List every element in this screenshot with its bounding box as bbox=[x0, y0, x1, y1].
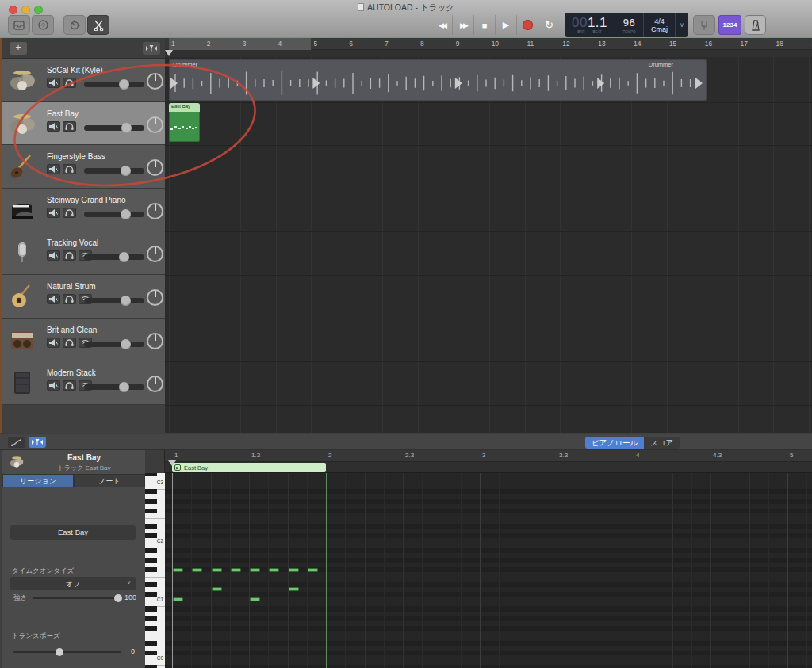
midi-note[interactable] bbox=[212, 568, 222, 572]
mute-button[interactable] bbox=[47, 294, 60, 304]
quick-help-button[interactable]: ? bbox=[32, 15, 54, 35]
piano-key-black[interactable] bbox=[145, 533, 157, 538]
volume-slider[interactable] bbox=[84, 342, 144, 347]
piano-key-black[interactable] bbox=[145, 665, 157, 668]
volume-slider[interactable] bbox=[84, 384, 144, 390]
tuner-button[interactable] bbox=[693, 15, 715, 35]
midi-note[interactable] bbox=[250, 597, 260, 601]
cycle-range[interactable] bbox=[169, 38, 311, 50]
piano-key-black[interactable] bbox=[145, 582, 157, 587]
track-row-modern-stack[interactable]: Modern Stack bbox=[2, 361, 165, 405]
play-button[interactable]: ▶ bbox=[496, 15, 517, 35]
drummer-region[interactable]: Drummer Drummer bbox=[169, 59, 707, 101]
piano-key-black[interactable] bbox=[145, 524, 157, 529]
playhead-marker[interactable] bbox=[165, 50, 173, 56]
record-button[interactable] bbox=[517, 15, 538, 35]
mute-button[interactable] bbox=[47, 380, 60, 391]
solo-button[interactable] bbox=[63, 121, 76, 132]
volume-slider[interactable] bbox=[84, 254, 144, 260]
piano-key-black[interactable] bbox=[145, 616, 157, 621]
volume-slider-thumb[interactable] bbox=[121, 339, 131, 349]
piano-key-black[interactable] bbox=[145, 626, 157, 631]
mute-button[interactable] bbox=[47, 338, 60, 348]
transpose-slider[interactable] bbox=[13, 651, 121, 653]
piano-key-black[interactable] bbox=[145, 473, 157, 476]
volume-slider-thumb[interactable] bbox=[121, 166, 131, 176]
rewind-button[interactable]: ◀◀ bbox=[431, 15, 453, 35]
track-row-steinway-grand-piano[interactable]: Steinway Grand Piano bbox=[2, 189, 165, 232]
editor-catch-button[interactable] bbox=[29, 437, 46, 448]
piano-key-black[interactable] bbox=[145, 499, 157, 504]
forward-button[interactable]: ▶▶ bbox=[453, 15, 474, 35]
editor-playhead-marker[interactable] bbox=[168, 460, 176, 466]
solo-button[interactable] bbox=[63, 208, 76, 218]
lcd-display[interactable]: 001.1 BARBEAT 96 TEMPO 4/4 Cmaj ∨ bbox=[565, 13, 688, 37]
count-in-button[interactable]: 1234 bbox=[718, 15, 741, 35]
solo-button[interactable] bbox=[63, 294, 76, 304]
track-row-natural-strum[interactable]: Natural Strum bbox=[2, 275, 165, 319]
midi-note[interactable] bbox=[308, 568, 318, 572]
solo-button[interactable] bbox=[63, 338, 76, 348]
smart-controls-button[interactable] bbox=[63, 15, 86, 35]
stop-button[interactable]: ■ bbox=[474, 15, 496, 35]
solo-button[interactable] bbox=[63, 250, 76, 261]
midi-draw-button[interactable] bbox=[8, 437, 25, 448]
lcd-position[interactable]: 001.1 BARBEAT bbox=[565, 13, 615, 37]
piano-roll[interactable]: 11.322.333.344.35 ▶ East Bay bbox=[165, 450, 812, 668]
volume-slider-thumb[interactable] bbox=[119, 79, 129, 90]
track-row-socal-kit-kyle-[interactable]: SoCal Kit (Kyle) bbox=[2, 59, 165, 102]
pan-knob[interactable] bbox=[147, 73, 163, 90]
track-row-east-bay[interactable]: East Bay bbox=[2, 102, 165, 146]
arrange-ruler[interactable]: 12345678910111213141516171819 bbox=[165, 38, 812, 50]
volume-slider[interactable] bbox=[84, 125, 144, 131]
mute-button[interactable] bbox=[47, 208, 60, 218]
track-catch-button[interactable] bbox=[143, 42, 160, 55]
library-button[interactable] bbox=[8, 15, 30, 35]
mute-button[interactable] bbox=[47, 250, 60, 261]
mute-button[interactable] bbox=[47, 78, 60, 88]
volume-slider-thumb[interactable] bbox=[121, 123, 132, 133]
volume-slider[interactable] bbox=[84, 168, 144, 174]
inspector-tab-0[interactable]: リージョン bbox=[2, 474, 74, 487]
volume-slider-thumb[interactable] bbox=[121, 209, 131, 219]
midi-note[interactable] bbox=[212, 587, 222, 591]
metronome-button[interactable] bbox=[745, 15, 766, 35]
midi-note[interactable] bbox=[289, 568, 299, 572]
volume-slider[interactable] bbox=[84, 212, 144, 217]
arrange-area[interactable]: 12345678910111213141516171819 Drummer Dr… bbox=[165, 38, 812, 433]
pan-knob[interactable] bbox=[147, 159, 163, 176]
midi-note[interactable] bbox=[269, 568, 279, 572]
arrange-ruler-ticks[interactable] bbox=[165, 50, 812, 57]
piano-keyboard[interactable]: C3C2C1C0 bbox=[145, 473, 165, 668]
piano-key-black[interactable] bbox=[145, 548, 157, 552]
eastbay-midi-region[interactable]: East Bay bbox=[169, 103, 200, 142]
piano-key-black[interactable] bbox=[145, 651, 157, 655]
volume-slider-thumb[interactable] bbox=[121, 296, 131, 306]
solo-button[interactable] bbox=[63, 164, 76, 174]
editor-toggle-button[interactable] bbox=[87, 15, 109, 35]
mute-button[interactable] bbox=[47, 164, 60, 174]
midi-note[interactable] bbox=[231, 568, 241, 572]
volume-slider-thumb[interactable] bbox=[119, 382, 129, 392]
lcd-key-signature[interactable]: 4/4 Cmaj bbox=[644, 13, 676, 37]
region-name-field[interactable]: East Bay bbox=[10, 525, 136, 540]
solo-button[interactable] bbox=[63, 380, 76, 391]
pan-knob[interactable] bbox=[147, 203, 163, 219]
tab-piano-roll[interactable]: ピアノロール bbox=[585, 437, 644, 449]
solo-button[interactable] bbox=[63, 78, 76, 88]
pan-knob[interactable] bbox=[147, 116, 163, 133]
note-grid[interactable] bbox=[165, 473, 812, 668]
piano-key-black[interactable] bbox=[145, 606, 157, 611]
piano-roll-ruler[interactable]: 11.322.333.344.35 bbox=[165, 450, 812, 462]
add-track-button[interactable]: + bbox=[10, 42, 27, 55]
pan-knob[interactable] bbox=[147, 333, 163, 349]
cycle-button[interactable]: ↻ bbox=[538, 15, 560, 35]
track-row-fingerstyle-bass[interactable]: Fingerstyle Bass bbox=[2, 145, 165, 189]
quantize-strength-slider[interactable] bbox=[33, 597, 121, 599]
mute-button[interactable] bbox=[47, 121, 60, 132]
piano-key-black[interactable] bbox=[145, 641, 157, 646]
midi-note[interactable] bbox=[250, 568, 260, 572]
volume-slider[interactable] bbox=[84, 82, 144, 87]
pan-knob[interactable] bbox=[147, 289, 163, 306]
midi-note[interactable] bbox=[173, 568, 183, 572]
